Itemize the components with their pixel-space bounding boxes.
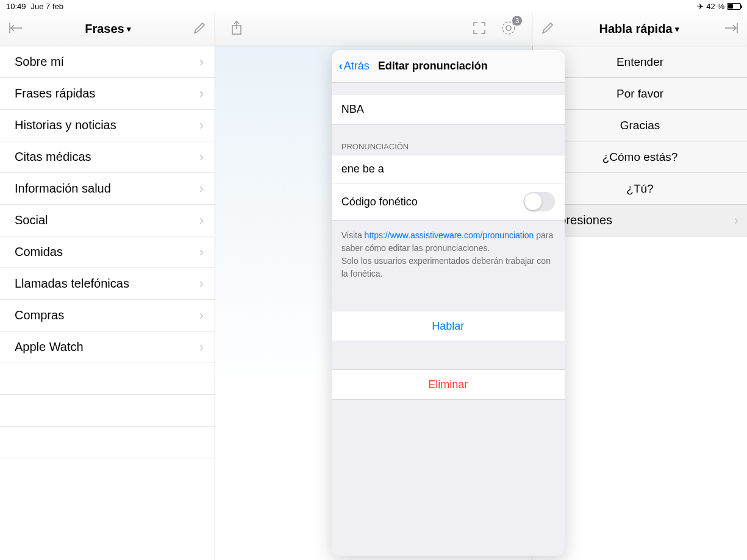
settings-button[interactable]: 3 bbox=[500, 19, 517, 39]
fullscreen-icon[interactable] bbox=[472, 21, 487, 38]
chevron-right-icon: › bbox=[199, 213, 204, 229]
empty-row bbox=[0, 363, 215, 395]
status-time: 10:49 bbox=[6, 2, 26, 11]
quick-phrase-label: Entender bbox=[617, 55, 663, 69]
list-item[interactable]: Social› bbox=[0, 205, 215, 236]
right-list: EntenderPor favorGracias¿Cómo estás?¿Tú?… bbox=[532, 46, 747, 560]
popover-header: ‹ Atrás Editar pronunciación bbox=[332, 50, 565, 83]
quick-phrase-item[interactable]: Por favor bbox=[532, 78, 747, 110]
caret-down-icon: ▾ bbox=[127, 24, 131, 34]
right-title-label: Habla rápida bbox=[599, 22, 672, 36]
list-item[interactable]: Llamadas telefónicas› bbox=[0, 268, 215, 300]
list-item[interactable]: Citas médicas› bbox=[0, 141, 215, 173]
list-item-label: Frases rápidas bbox=[15, 87, 95, 101]
list-item[interactable]: Comidas› bbox=[0, 236, 215, 268]
word-cell[interactable]: NBA bbox=[332, 94, 565, 125]
list-item[interactable]: Información salud› bbox=[0, 173, 215, 205]
quick-phrase-label: Por favor bbox=[617, 87, 663, 101]
quick-phrase-label: Gracias bbox=[620, 119, 660, 132]
airplane-icon: ✈︎ bbox=[697, 2, 704, 11]
list-item-label: Llamadas telefónicas bbox=[15, 277, 129, 291]
list-item-label: Social bbox=[15, 213, 48, 227]
list-item-label: Apple Watch bbox=[15, 340, 84, 354]
chevron-right-icon: › bbox=[199, 244, 204, 260]
left-title-dropdown[interactable]: Frases ▾ bbox=[85, 22, 131, 36]
left-panel: Frases ▾ Sobre mí›Frases rápidas›Histori… bbox=[0, 12, 215, 560]
empty-row bbox=[0, 427, 215, 458]
chevron-right-icon: › bbox=[199, 181, 204, 197]
chevron-right-icon: › bbox=[199, 118, 204, 133]
right-panel: Habla rápida ▾ EntenderPor favorGracias¿… bbox=[532, 12, 747, 560]
right-title-dropdown[interactable]: Habla rápida ▾ bbox=[599, 22, 679, 36]
left-title-label: Frases bbox=[85, 22, 124, 36]
list-item[interactable]: Sobre mí› bbox=[0, 46, 215, 78]
phonetic-code-row: Código fonético bbox=[332, 183, 565, 221]
quick-phrase-item[interactable]: Gracias bbox=[532, 110, 747, 141]
expresiones-row[interactable]: Expresiones› bbox=[532, 205, 747, 236]
speak-label: Hablar bbox=[432, 320, 464, 333]
note-prefix: Visita bbox=[341, 230, 365, 240]
list-item-label: Información salud bbox=[15, 182, 111, 196]
edit-icon[interactable] bbox=[541, 21, 554, 37]
collapse-right-icon[interactable] bbox=[724, 22, 738, 37]
list-item-label: Compras bbox=[15, 308, 64, 322]
svg-point-4 bbox=[506, 26, 511, 30]
pronunciation-input-cell[interactable] bbox=[332, 155, 565, 183]
list-item[interactable]: Apple Watch› bbox=[0, 331, 215, 363]
quick-phrase-item[interactable]: Entender bbox=[532, 46, 747, 78]
left-header: Frases ▾ bbox=[0, 12, 215, 46]
left-list: Sobre mí›Frases rápidas›Historias y noti… bbox=[0, 46, 215, 560]
mid-toolbar: 3 bbox=[215, 12, 532, 46]
mid-panel: 3 ‹ Atrás Editar pronunciación NBA PRONU… bbox=[215, 12, 532, 560]
edit-pronunciation-popover: ‹ Atrás Editar pronunciación NBA PRONUNC… bbox=[332, 50, 565, 556]
list-item-label: Historias y noticias bbox=[15, 118, 116, 132]
battery-icon bbox=[727, 3, 741, 10]
list-item-label: Citas médicas bbox=[15, 150, 91, 164]
chevron-right-icon: › bbox=[199, 149, 204, 165]
chevron-right-icon: › bbox=[199, 339, 204, 355]
delete-label: Eliminar bbox=[428, 378, 468, 391]
quick-phrase-item[interactable]: ¿Tú? bbox=[532, 173, 747, 205]
delete-button[interactable]: Eliminar bbox=[332, 369, 565, 400]
status-date: Jue 7 feb bbox=[31, 2, 64, 11]
note-line2: Solo los usuarios experimentados deberán… bbox=[341, 256, 551, 278]
word-value: NBA bbox=[341, 103, 364, 116]
collapse-left-icon[interactable] bbox=[9, 22, 23, 37]
caret-down-icon: ▾ bbox=[675, 24, 679, 34]
back-label: Atrás bbox=[344, 60, 370, 73]
list-item[interactable]: Historias y noticias› bbox=[0, 110, 215, 141]
pronunciation-input[interactable] bbox=[341, 163, 555, 175]
popover-title: Editar pronunciación bbox=[378, 60, 488, 73]
list-item-label: Sobre mí bbox=[15, 55, 64, 69]
edit-icon[interactable] bbox=[193, 21, 206, 37]
chevron-right-icon: › bbox=[199, 54, 204, 70]
right-header: Habla rápida ▾ bbox=[532, 12, 747, 46]
status-bar: 10:49 Jue 7 feb ✈︎ 42 % bbox=[0, 0, 747, 12]
pronunciation-help-note: Visita https://www.assistiveware.com/pro… bbox=[332, 221, 565, 292]
phonetic-code-label: Código fonético bbox=[341, 196, 418, 208]
quick-phrase-label: ¿Tú? bbox=[626, 182, 653, 196]
empty-row bbox=[0, 395, 215, 427]
share-icon[interactable] bbox=[230, 20, 243, 38]
quick-phrase-item[interactable]: ¿Cómo estás? bbox=[532, 141, 747, 173]
quick-phrase-label: ¿Cómo estás? bbox=[602, 151, 678, 164]
chevron-left-icon: ‹ bbox=[339, 60, 343, 73]
list-item[interactable]: Frases rápidas› bbox=[0, 78, 215, 110]
gear-badge: 3 bbox=[512, 16, 522, 26]
pronunciation-section-label: PRONUNCIACIÓN bbox=[332, 125, 565, 155]
chevron-right-icon: › bbox=[199, 308, 204, 324]
chevron-right-icon: › bbox=[199, 276, 204, 292]
phonetic-code-switch[interactable] bbox=[523, 192, 555, 211]
list-item[interactable]: Compras› bbox=[0, 300, 215, 331]
chevron-right-icon: › bbox=[199, 86, 204, 102]
chevron-right-icon: › bbox=[734, 213, 738, 229]
back-button[interactable]: ‹ Atrás bbox=[339, 60, 370, 73]
help-link[interactable]: https://www.assistiveware.com/pronunciat… bbox=[365, 230, 534, 240]
speak-button[interactable]: Hablar bbox=[332, 311, 565, 341]
list-item-label: Comidas bbox=[15, 245, 63, 259]
battery-percent: 42 % bbox=[706, 2, 724, 11]
